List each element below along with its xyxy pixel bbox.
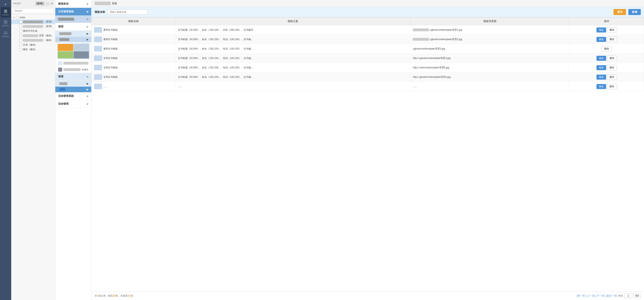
table-row: 通用证书模板证书标题（50,500）、姓名（150,150）、性别（100,15… [92,44,644,54]
nav-small-blurred1[interactable] [55,60,91,66]
modify-button[interactable]: 修改 [596,37,606,42]
search-input[interactable] [13,8,54,13]
cell-background: http:// bxdx/certtemplate/背景5.jpg [410,63,570,72]
tree-root-index[interactable]: ▼ index [11,16,55,20]
add-button[interactable]: 新增 [628,9,641,15]
nav-sub-blurred3[interactable]: ████ ▶ [55,80,91,86]
sidebar-item-notes[interactable]: NOTES [1,18,10,28]
tree-item-new2[interactable]: ████ （新增） [11,24,55,29]
delete-button[interactable]: 删除 [607,37,617,42]
tree-item-modify2[interactable]: 修改（修改） [11,47,55,52]
template-name: 通用证书模板 [103,28,118,32]
template-name: 专用证书模板 [103,56,118,60]
template-thumbnail [94,84,102,89]
tree-item-modify1[interactable]: ██ （修改） [11,38,55,42]
tree-item-suffix: （新增） [44,20,54,24]
tree-item-settings[interactable]: ████ 设置（修改） [11,33,55,38]
nav-sub-label-blurred4: ███ [59,88,65,91]
go-button[interactable]: GO [633,294,641,298]
template-thumbnail [94,74,102,80]
modify-button[interactable]: 修改 [596,65,606,70]
nav-group-header-activity[interactable]: 活动管理系统 ▶ [55,92,91,100]
nav-next[interactable]: [下一页] [596,294,605,298]
template-name: 专用证书模板 [103,66,118,70]
nav-last[interactable]: [最后一页] [606,294,617,298]
nav-sub-blurred1[interactable]: ██████ ▶ [55,31,91,36]
nav-arrow-blurred1: ▶ [87,18,88,20]
col-header-actions: 操作 [570,18,644,25]
tree-spacer [16,21,18,23]
nav-group-header-news[interactable]: 新闻发布 ▶ [55,0,91,8]
cell-elements: 证书标题（50,500）、姓名（150,150）、性别（100,150）、证书编… [176,72,410,82]
tree-expand-arrow[interactable]: ▼ [13,16,15,19]
nav-group-label-news: 新闻发布 [58,2,68,6]
table-footer: 共7条记录，每页20条，当前第1/1页 [第一页] [上一页] [下一页] [最… [92,292,644,300]
nav-sub-blurred4[interactable]: ███ ▶ [55,86,91,92]
nav-small-blurred2[interactable]: 程测评 [55,66,91,73]
delete-button[interactable]: 删除 [607,27,617,33]
footer-nav: [第一页] [上一页] [下一页] [最后一页] 转到 GO [577,294,641,298]
nav-arrow-manage: ▶ [87,26,88,28]
tree-item-main[interactable]: 主成（修改） [11,42,55,47]
modify-button[interactable]: 修改 [596,74,606,80]
query-button[interactable]: 查询 [614,9,626,15]
table-header-row: 模板名称 模板元素 模板背景图 操作 [92,18,644,25]
tree-item-label: ██ [23,39,43,42]
nav-group-manage: 管理 ▶ [55,23,91,31]
modify-button[interactable]: 修改 [596,28,606,32]
sidebar-top-arrow[interactable]: ▼ [0,2,11,7]
nav-group-header-blurred1[interactable]: ████████ ▶ [55,16,91,23]
modify-button[interactable]: 修改 [596,84,606,89]
page-goto-input[interactable] [624,294,632,298]
cell-elements: 证书标题（50,300）、姓名（100,100）、内容（200,100）、证书编… [176,25,410,35]
nav-group-header-company[interactable]: 公司管理系统 ▶ [55,8,91,16]
tree-item-eval[interactable]: 测评证书生成 [11,29,55,33]
tree-item-new1[interactable]: ██████ （新增） [11,20,55,24]
nav-small-icon2 [58,68,62,72]
nav-group-activity: 活动管理系统 ▶ [55,92,91,100]
nav-group-header-manage2[interactable]: 管理 ▶ [55,73,91,80]
delete-button[interactable]: 删除 [602,46,612,52]
nav-group-label-manage2: 管理 [58,75,63,78]
nav-group-label-company: 公司管理系统 [58,10,74,14]
delete-button[interactable]: 删除 [607,56,617,61]
delete-button[interactable]: 删除 [607,84,617,89]
cell-actions: 修改删除 [570,82,644,91]
tree-page-icon [16,16,19,19]
sidebar-item-console[interactable]: {x} CONSOL [1,29,10,39]
cell-name: 通用证书模板 [92,44,176,54]
filter-bar: 模板名称 查询 新增 [92,7,644,17]
cell-actions: 修改删除 [570,63,644,72]
col-header-bg: 模板背景图 [410,18,570,25]
nav-sub-arrow3: ▶ [86,82,88,85]
tree-item-label: index [20,16,54,19]
template-name: 专用证书模板 [103,76,118,79]
delete-button[interactable]: 删除 [607,65,617,70]
nav-sub-blurred2[interactable]: █████ ▶ [55,36,91,42]
pages-panel-title: PAGES [13,2,21,4]
filter-input[interactable] [108,10,148,15]
sidebar-item-pages[interactable]: PAGES [1,7,10,18]
cell-background: ...... [410,82,570,91]
nav-prev[interactable]: [上一页] [586,294,595,298]
pages-export-icon[interactable]: ⬜ [46,2,49,5]
nav-group-header-manage[interactable]: 管理 ▶ [55,23,91,30]
table-row: 通用证书模板证书标题（50,500）、姓名（150,150）、性别（100,15… [92,35,644,44]
nav-first[interactable]: [第一页] [577,294,586,298]
table-row: 通用证书模板证书标题（50,300）、姓名（100,100）、内容（200,10… [92,25,644,35]
nav-group-company: 公司管理系统 ▶ [55,8,91,16]
nav-arrow-company: ▶ [87,10,88,13]
cell-name: 专用证书模板 [92,54,176,63]
cell-name: 通用证书模板 [92,25,176,35]
delete-button[interactable]: 删除 [607,74,617,80]
pages-refresh-icon[interactable]: ↺ [50,2,53,5]
cell-elements: ...... [176,82,410,91]
tree-spacer [16,30,18,32]
nav-group-news: 新闻发布 ▶ [55,0,91,8]
nav-arrow-activity: ▶ [87,95,88,98]
tree-spacer [16,48,18,50]
template-thumbnail [94,65,102,70]
modify-button[interactable]: 修改 [596,56,606,61]
tree-item-label: ████ [23,34,38,37]
nav-group-header-activity2[interactable]: 活动管理 ▶ [55,100,91,108]
